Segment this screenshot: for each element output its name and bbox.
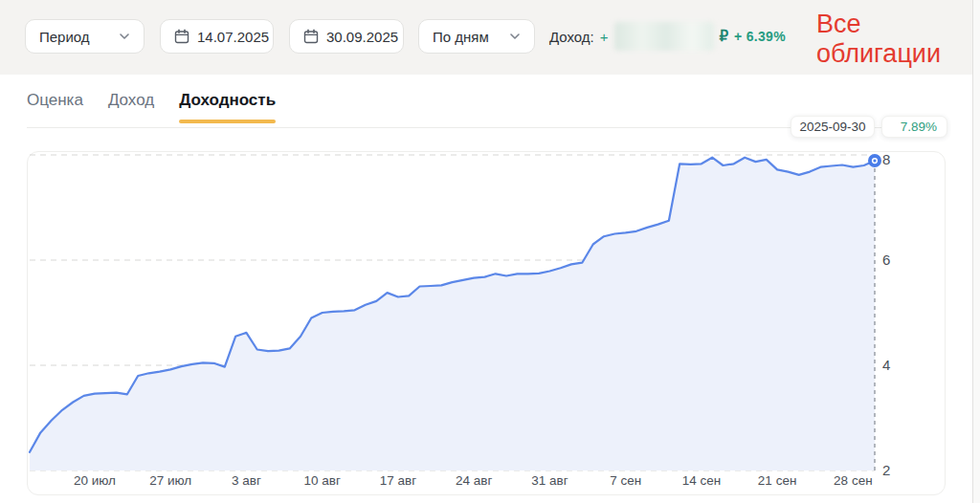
date-to-button[interactable]: 30.09.2025 xyxy=(289,19,404,54)
svg-text:14 сен: 14 сен xyxy=(682,473,721,488)
tooltip-date: 2025-09-30 xyxy=(791,116,875,138)
granularity-select-label: По дням xyxy=(433,29,489,45)
svg-text:10 авг: 10 авг xyxy=(303,473,340,488)
date-from-button[interactable]: 14.07.2025 xyxy=(160,19,274,54)
yield-chart[interactable]: 246820 июл27 июл3 авг10 авг17 авг24 авг3… xyxy=(28,152,947,496)
calendar-icon xyxy=(174,29,189,44)
tab-bar: Оценка Доход Доходность xyxy=(27,91,276,123)
toolbar: Период 14.07.2025 30.09.2025 По дням xyxy=(0,0,972,75)
period-select[interactable]: Период xyxy=(25,19,145,54)
ruble-sign: ₽ xyxy=(720,28,729,45)
svg-text:8: 8 xyxy=(882,152,890,167)
chevron-down-icon xyxy=(119,31,130,42)
calendar-icon xyxy=(303,29,319,44)
svg-text:21 сен: 21 сен xyxy=(758,473,796,488)
svg-text:2: 2 xyxy=(882,462,890,478)
svg-text:20 июл: 20 июл xyxy=(74,473,116,488)
svg-text:4: 4 xyxy=(882,357,890,373)
svg-text:27 июл: 27 июл xyxy=(149,473,191,488)
svg-text:6: 6 xyxy=(882,252,890,268)
date-from-value: 14.07.2025 xyxy=(197,29,269,45)
yield-chart-panel: 246820 июл27 июл3 авг10 авг17 авг24 авг3… xyxy=(27,151,946,495)
tab-valuation[interactable]: Оценка xyxy=(27,91,83,123)
income-label: Доход: xyxy=(549,29,594,45)
tooltip-value: 7.89% xyxy=(881,116,947,138)
tab-yield[interactable]: Доходность xyxy=(179,91,276,123)
chevron-down-icon xyxy=(509,31,521,42)
red-annotation-line1: Все xyxy=(816,10,969,39)
svg-text:7 сен: 7 сен xyxy=(610,473,641,488)
red-annotation-line2: облигации xyxy=(816,39,969,69)
red-annotation: Все облигации xyxy=(816,10,969,68)
svg-text:3 авг: 3 авг xyxy=(232,473,261,488)
date-to-value: 30.09.2025 xyxy=(326,29,398,45)
income-change-percent: + 6.39% xyxy=(734,29,786,44)
granularity-select[interactable]: По дням xyxy=(418,19,535,54)
svg-text:31 авг: 31 авг xyxy=(531,473,568,488)
svg-text:17 авг: 17 авг xyxy=(380,473,416,488)
svg-text:24 авг: 24 авг xyxy=(456,473,492,488)
period-select-label: Период xyxy=(39,29,90,45)
svg-text:28 сен: 28 сен xyxy=(834,473,872,488)
income-value-redacted xyxy=(614,22,714,51)
tab-income[interactable]: Доход xyxy=(108,91,154,123)
income-summary: Доход: + ₽ + 6.39% xyxy=(549,19,786,54)
scrollbar-track[interactable] xyxy=(972,0,980,503)
income-plus-sign: + xyxy=(600,29,609,45)
